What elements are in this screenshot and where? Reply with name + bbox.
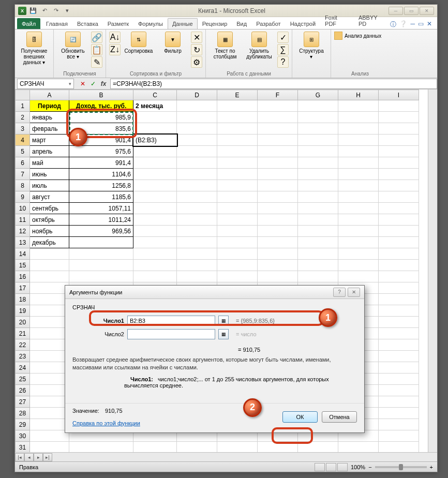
normal-view-icon[interactable] — [315, 463, 325, 471]
cell[interactable] — [379, 169, 419, 180]
cell[interactable] — [177, 203, 217, 214]
properties-icon[interactable]: 📋 — [91, 44, 102, 55]
cell[interactable] — [217, 442, 258, 453]
cell[interactable] — [217, 135, 258, 146]
cell[interactable] — [258, 135, 298, 146]
whatif-icon[interactable]: ? — [277, 56, 289, 68]
row-header[interactable]: 2 — [16, 112, 30, 123]
cell[interactable]: январь — [30, 112, 69, 123]
cell[interactable] — [30, 351, 69, 362]
tab-abbyy[interactable]: ABBYY PD — [354, 12, 391, 29]
arg2-input[interactable] — [127, 329, 215, 339]
filter-button[interactable]: ▼ Фильтр — [157, 32, 189, 54]
cell[interactable] — [133, 226, 177, 237]
row-header[interactable]: 11 — [16, 214, 30, 226]
cell[interactable] — [338, 226, 379, 237]
row-header[interactable]: 15 — [16, 260, 30, 271]
cell[interactable] — [298, 157, 338, 169]
cell[interactable] — [177, 169, 217, 180]
cell[interactable] — [217, 146, 258, 157]
cell[interactable] — [298, 203, 338, 214]
doc-close-icon[interactable]: ✕ — [427, 20, 432, 29]
cell[interactable]: апрель — [30, 146, 69, 157]
cell[interactable] — [177, 248, 217, 260]
cell[interactable]: август — [30, 191, 69, 203]
cell[interactable] — [379, 100, 419, 112]
cell[interactable] — [258, 100, 298, 112]
tab-review[interactable]: Рецензир — [198, 18, 232, 29]
cell[interactable] — [338, 214, 379, 226]
cell[interactable]: март — [30, 135, 69, 146]
col-header-e[interactable]: E — [217, 90, 258, 100]
sheet-prev-icon[interactable]: ◂ — [24, 453, 34, 461]
cell[interactable] — [379, 442, 419, 453]
row-header[interactable]: 7 — [16, 169, 30, 180]
cell[interactable] — [133, 237, 177, 248]
cell[interactable] — [379, 135, 419, 146]
tab-developer[interactable]: Разработ — [251, 18, 285, 29]
cell[interactable] — [298, 260, 338, 271]
cell[interactable] — [69, 260, 133, 271]
tab-view[interactable]: Вид — [232, 18, 251, 29]
cell[interactable] — [338, 100, 379, 112]
cell[interactable] — [338, 191, 379, 203]
cell[interactable] — [30, 260, 69, 271]
cell[interactable] — [133, 203, 177, 214]
cell[interactable] — [30, 430, 69, 442]
cell[interactable] — [379, 123, 419, 135]
cell[interactable] — [258, 123, 298, 135]
function-help-link[interactable]: Справка по этой функции — [72, 420, 140, 426]
vertical-scrollbar[interactable] — [428, 89, 437, 452]
cell[interactable] — [258, 157, 298, 169]
cell[interactable] — [217, 157, 258, 169]
cell[interactable] — [177, 100, 217, 112]
row-header[interactable]: 30 — [16, 430, 30, 442]
cell[interactable] — [379, 203, 419, 214]
cell[interactable] — [133, 442, 177, 453]
cell[interactable] — [379, 260, 419, 271]
cell[interactable] — [133, 146, 177, 157]
cell[interactable]: 1185,6 — [69, 191, 133, 203]
cell[interactable] — [338, 123, 379, 135]
cell[interactable]: 985,9 — [69, 112, 133, 123]
outline-button[interactable]: ⊞ Структура ▾ — [295, 32, 327, 59]
cell[interactable] — [338, 260, 379, 271]
cell[interactable] — [30, 408, 69, 419]
cell[interactable]: (B2:B3) — [133, 135, 177, 146]
tab-formulas[interactable]: Формулы — [133, 18, 168, 29]
cell[interactable]: июль — [30, 180, 69, 191]
cell[interactable] — [338, 248, 379, 260]
cell[interactable] — [338, 442, 379, 453]
reapply-icon[interactable]: ↻ — [191, 44, 202, 55]
cell[interactable]: 991,4 — [69, 157, 133, 169]
row-header[interactable]: 22 — [16, 339, 30, 351]
cell[interactable] — [258, 237, 298, 248]
refresh-all-button[interactable]: 🔄 Обновить все ▾ — [57, 32, 89, 59]
row-header[interactable]: 18 — [16, 294, 30, 305]
cell[interactable] — [298, 442, 338, 453]
cell[interactable] — [298, 169, 338, 180]
row-header[interactable]: 8 — [16, 180, 30, 191]
cell[interactable]: Период — [30, 100, 69, 112]
col-header-i[interactable]: I — [379, 90, 419, 100]
row-header[interactable]: 28 — [16, 408, 30, 419]
insert-function-icon[interactable]: fx — [99, 79, 108, 88]
cell[interactable] — [379, 226, 419, 237]
cell[interactable]: 1104,6 — [69, 169, 133, 180]
row-header[interactable]: 5 — [16, 146, 30, 157]
cell[interactable]: 1057,11 — [69, 203, 133, 214]
cell[interactable] — [379, 408, 419, 419]
cell[interactable] — [177, 135, 217, 146]
cancel-button[interactable]: Отмена — [322, 411, 357, 423]
cell[interactable] — [258, 169, 298, 180]
cell[interactable] — [217, 112, 258, 123]
cell[interactable] — [133, 248, 177, 260]
cell[interactable]: октябрь — [30, 214, 69, 226]
row-header[interactable]: 10 — [16, 203, 30, 214]
formula-input[interactable]: =СРЗНАЧ(B2:B3) — [110, 79, 437, 89]
cell[interactable] — [258, 112, 298, 123]
row-header[interactable]: 3 — [16, 123, 30, 135]
sort-asc-icon[interactable]: A↓ — [109, 32, 121, 43]
tab-foxit[interactable]: Foxit PDF — [320, 12, 354, 29]
cell[interactable] — [258, 442, 298, 453]
